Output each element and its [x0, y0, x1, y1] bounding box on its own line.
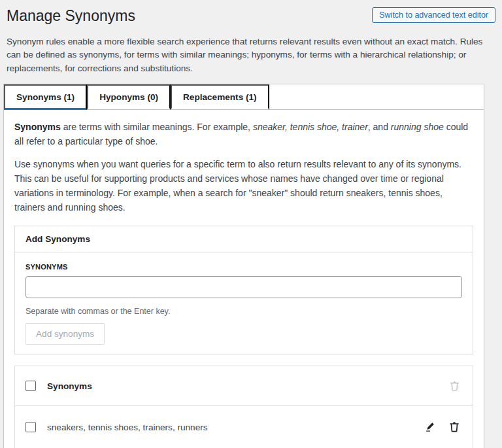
synonyms-input-help: Separate with commas or the Enter key. [25, 307, 462, 316]
page-description: Synonym rules enable a more flexible sea… [7, 35, 495, 75]
synonyms-usage-text: Use synonyms when you want queries for a… [14, 158, 473, 215]
row-checkbox[interactable] [25, 422, 36, 432]
manage-synonyms-page: Manage Synonyms Switch to advanced text … [0, 0, 502, 448]
edit-row-button[interactable] [422, 419, 438, 435]
synonyms-input[interactable] [25, 276, 462, 298]
add-synonyms-panel: Add Synonyms SYNONYMS Separate with comm… [14, 226, 473, 354]
intro-text-2: , and [368, 122, 391, 132]
synonyms-field-label: SYNONYMS [25, 263, 462, 271]
add-synonyms-panel-title: Add Synonyms [15, 226, 473, 252]
page-header: Manage Synonyms Switch to advanced text … [7, 7, 495, 26]
intro-italic-1: sneaker, tennis shoe, trainer [253, 122, 368, 132]
tab-synonyms[interactable]: Synonyms (1) [4, 84, 87, 110]
intro-bold: Synonyms [14, 122, 61, 132]
intro-italic-2: running shoe [391, 122, 444, 132]
synonyms-tab-panel: Synonyms are terms with similar meanings… [4, 110, 484, 448]
add-synonyms-button[interactable]: Add synonyms [25, 323, 105, 345]
table-row: sneakers, tennis shoes, trainers, runner… [15, 406, 473, 448]
pencil-icon [424, 421, 437, 434]
synonyms-intro-text: Synonyms are terms with similar meanings… [14, 120, 473, 148]
add-synonyms-panel-body: SYNONYMS Separate with commas or the Ent… [15, 252, 473, 354]
synonym-set-value: sneakers, tennis shoes, trainers, runner… [47, 422, 411, 432]
table-header-label: Synonyms [47, 381, 435, 391]
synonyms-table: Synonyms sneakers, tennis shoes, trainer… [14, 366, 473, 448]
switch-editor-button[interactable]: Switch to advanced text editor [372, 7, 495, 23]
table-header-row: Synonyms [15, 366, 473, 406]
tab-replacements[interactable]: Replacements (1) [171, 84, 269, 110]
row-actions [422, 419, 462, 435]
intro-text-1: are terms with similar meanings. For exa… [61, 122, 253, 132]
bulk-delete-button[interactable] [446, 378, 462, 394]
tab-bar: Synonyms (1) Hyponyms (0) Replacements (… [4, 84, 484, 110]
trash-icon [448, 421, 461, 434]
synonyms-card: Synonyms (1) Hyponyms (0) Replacements (… [3, 84, 484, 448]
select-all-checkbox[interactable] [25, 381, 36, 391]
page-title: Manage Synonyms [7, 7, 135, 26]
trash-icon [448, 380, 461, 392]
tab-hyponyms[interactable]: Hyponyms (0) [87, 84, 171, 110]
delete-row-button[interactable] [446, 419, 462, 435]
